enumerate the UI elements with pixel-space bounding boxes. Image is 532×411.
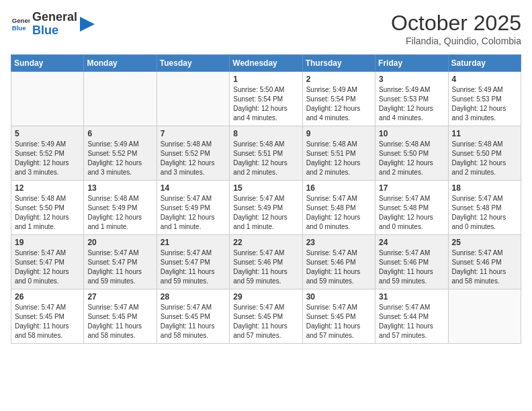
calendar-day-cell: 16Sunrise: 5:47 AM Sunset: 5:48 PM Dayli…	[302, 181, 375, 235]
logo-arrow-icon	[80, 17, 95, 32]
day-number: 20	[87, 238, 152, 247]
day-info: Sunrise: 5:47 AM Sunset: 5:46 PM Dayligh…	[306, 248, 371, 286]
day-number: 24	[379, 238, 444, 247]
day-info: Sunrise: 5:47 AM Sunset: 5:45 PM Dayligh…	[87, 303, 152, 340]
logo: General Blue General Blue	[11, 11, 95, 38]
calendar-day-cell: 5Sunrise: 5:49 AM Sunset: 5:52 PM Daylig…	[11, 126, 84, 181]
calendar-day-cell: 20Sunrise: 5:47 AM Sunset: 5:47 PM Dayli…	[84, 235, 157, 289]
day-number: 30	[306, 292, 371, 302]
calendar-day-cell: 23Sunrise: 5:47 AM Sunset: 5:46 PM Dayli…	[302, 235, 375, 289]
weekday-header-monday: Monday	[84, 55, 157, 72]
day-number: 11	[452, 129, 517, 138]
day-info: Sunrise: 5:47 AM Sunset: 5:46 PM Dayligh…	[233, 248, 298, 286]
day-info: Sunrise: 5:47 AM Sunset: 5:45 PM Dayligh…	[161, 303, 226, 340]
calendar-day-cell: 11Sunrise: 5:48 AM Sunset: 5:50 PM Dayli…	[448, 126, 521, 181]
calendar-day-cell	[448, 289, 521, 344]
weekday-header-saturday: Saturday	[448, 55, 521, 72]
calendar-week-row: 19Sunrise: 5:47 AM Sunset: 5:47 PM Dayli…	[11, 235, 521, 289]
svg-text:Blue: Blue	[12, 24, 26, 32]
day-number: 23	[306, 238, 371, 247]
day-number: 21	[161, 238, 226, 247]
calendar-week-row: 5Sunrise: 5:49 AM Sunset: 5:52 PM Daylig…	[11, 126, 521, 181]
day-info: Sunrise: 5:47 AM Sunset: 5:46 PM Dayligh…	[452, 248, 517, 286]
calendar-day-cell: 28Sunrise: 5:47 AM Sunset: 5:45 PM Dayli…	[157, 289, 229, 344]
page-header: General Blue General Blue October 2025 F…	[11, 11, 521, 46]
weekday-header-wednesday: Wednesday	[230, 55, 302, 72]
day-number: 19	[15, 238, 80, 247]
day-number: 9	[306, 129, 371, 138]
day-number: 7	[161, 129, 226, 138]
calendar-day-cell: 14Sunrise: 5:47 AM Sunset: 5:49 PM Dayli…	[157, 181, 229, 235]
calendar-day-cell: 27Sunrise: 5:47 AM Sunset: 5:45 PM Dayli…	[84, 289, 157, 344]
day-info: Sunrise: 5:47 AM Sunset: 5:48 PM Dayligh…	[379, 194, 444, 232]
calendar-day-cell: 22Sunrise: 5:47 AM Sunset: 5:46 PM Dayli…	[230, 235, 302, 289]
calendar-day-cell: 30Sunrise: 5:47 AM Sunset: 5:45 PM Dayli…	[302, 289, 375, 344]
day-number: 13	[87, 183, 152, 193]
day-info: Sunrise: 5:48 AM Sunset: 5:50 PM Dayligh…	[15, 194, 80, 232]
svg-marker-3	[80, 17, 95, 32]
day-info: Sunrise: 5:47 AM Sunset: 5:47 PM Dayligh…	[87, 248, 152, 286]
day-info: Sunrise: 5:48 AM Sunset: 5:51 PM Dayligh…	[233, 140, 298, 177]
day-number: 2	[306, 75, 371, 84]
day-info: Sunrise: 5:47 AM Sunset: 5:49 PM Dayligh…	[233, 194, 298, 232]
day-info: Sunrise: 5:47 AM Sunset: 5:48 PM Dayligh…	[452, 194, 517, 232]
calendar-week-row: 12Sunrise: 5:48 AM Sunset: 5:50 PM Dayli…	[11, 181, 521, 235]
svg-text:General: General	[12, 17, 30, 24]
day-number: 31	[379, 292, 444, 302]
day-number: 14	[161, 183, 226, 193]
day-info: Sunrise: 5:49 AM Sunset: 5:53 PM Dayligh…	[379, 85, 444, 123]
day-number: 18	[452, 183, 517, 193]
calendar-day-cell: 4Sunrise: 5:49 AM Sunset: 5:53 PM Daylig…	[448, 72, 521, 126]
day-info: Sunrise: 5:49 AM Sunset: 5:53 PM Dayligh…	[452, 85, 517, 123]
day-info: Sunrise: 5:49 AM Sunset: 5:54 PM Dayligh…	[306, 85, 371, 123]
day-number: 12	[15, 183, 80, 193]
day-info: Sunrise: 5:49 AM Sunset: 5:52 PM Dayligh…	[15, 140, 80, 177]
calendar-day-cell: 18Sunrise: 5:47 AM Sunset: 5:48 PM Dayli…	[448, 181, 521, 235]
day-info: Sunrise: 5:47 AM Sunset: 5:49 PM Dayligh…	[161, 194, 226, 232]
day-number: 10	[379, 129, 444, 138]
day-info: Sunrise: 5:47 AM Sunset: 5:44 PM Dayligh…	[379, 303, 444, 340]
calendar-day-cell: 15Sunrise: 5:47 AM Sunset: 5:49 PM Dayli…	[230, 181, 302, 235]
day-number: 3	[379, 75, 444, 84]
day-info: Sunrise: 5:47 AM Sunset: 5:45 PM Dayligh…	[306, 303, 371, 340]
title-block: October 2025 Filandia, Quindio, Colombia	[391, 11, 521, 46]
day-number: 16	[306, 183, 371, 193]
weekday-header-tuesday: Tuesday	[157, 55, 229, 72]
calendar-day-cell: 7Sunrise: 5:48 AM Sunset: 5:52 PM Daylig…	[157, 126, 229, 181]
day-number: 28	[161, 292, 226, 302]
calendar-day-cell: 21Sunrise: 5:47 AM Sunset: 5:47 PM Dayli…	[157, 235, 229, 289]
calendar-day-cell	[84, 72, 157, 126]
day-info: Sunrise: 5:47 AM Sunset: 5:47 PM Dayligh…	[15, 248, 80, 286]
calendar-day-cell	[11, 72, 84, 126]
calendar-day-cell: 1Sunrise: 5:50 AM Sunset: 5:54 PM Daylig…	[230, 72, 302, 126]
day-number: 6	[87, 129, 152, 138]
location: Filandia, Quindio, Colombia	[391, 36, 521, 46]
month-title: October 2025	[391, 11, 521, 36]
day-number: 17	[379, 183, 444, 193]
calendar-day-cell: 17Sunrise: 5:47 AM Sunset: 5:48 PM Dayli…	[375, 181, 448, 235]
weekday-header-thursday: Thursday	[302, 55, 375, 72]
day-info: Sunrise: 5:47 AM Sunset: 5:48 PM Dayligh…	[306, 194, 371, 232]
day-number: 15	[233, 183, 298, 193]
day-info: Sunrise: 5:47 AM Sunset: 5:45 PM Dayligh…	[15, 303, 80, 340]
calendar-day-cell: 26Sunrise: 5:47 AM Sunset: 5:45 PM Dayli…	[11, 289, 84, 344]
day-info: Sunrise: 5:47 AM Sunset: 5:45 PM Dayligh…	[233, 303, 298, 340]
calendar-day-cell: 8Sunrise: 5:48 AM Sunset: 5:51 PM Daylig…	[230, 126, 302, 181]
day-info: Sunrise: 5:48 AM Sunset: 5:52 PM Dayligh…	[161, 140, 226, 177]
logo-icon: General Blue	[11, 15, 30, 34]
calendar-day-cell: 31Sunrise: 5:47 AM Sunset: 5:44 PM Dayli…	[375, 289, 448, 344]
calendar-header-row: SundayMondayTuesdayWednesdayThursdayFrid…	[11, 55, 521, 72]
day-info: Sunrise: 5:47 AM Sunset: 5:47 PM Dayligh…	[161, 248, 226, 286]
day-info: Sunrise: 5:48 AM Sunset: 5:49 PM Dayligh…	[87, 194, 152, 232]
day-number: 8	[233, 129, 298, 138]
day-info: Sunrise: 5:48 AM Sunset: 5:51 PM Dayligh…	[306, 140, 371, 177]
logo-text: General Blue	[32, 11, 77, 38]
calendar-day-cell: 25Sunrise: 5:47 AM Sunset: 5:46 PM Dayli…	[448, 235, 521, 289]
calendar-day-cell	[157, 72, 229, 126]
day-info: Sunrise: 5:50 AM Sunset: 5:54 PM Dayligh…	[233, 85, 298, 123]
weekday-header-sunday: Sunday	[11, 55, 84, 72]
calendar-day-cell: 6Sunrise: 5:49 AM Sunset: 5:52 PM Daylig…	[84, 126, 157, 181]
calendar-day-cell: 29Sunrise: 5:47 AM Sunset: 5:45 PM Dayli…	[230, 289, 302, 344]
calendar-day-cell: 12Sunrise: 5:48 AM Sunset: 5:50 PM Dayli…	[11, 181, 84, 235]
day-number: 22	[233, 238, 298, 247]
